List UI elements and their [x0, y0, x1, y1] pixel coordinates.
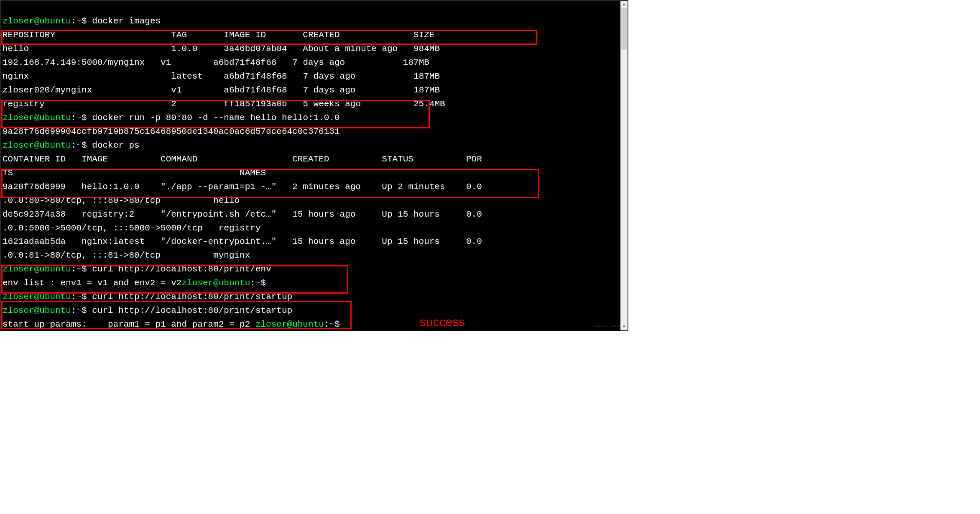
- ps-row-registry-l1: de5c92374a38 registry:2 "/entrypoint.sh …: [3, 210, 482, 219]
- ps-header-line1: CONTAINER ID IMAGE COMMAND CREATED STATU…: [3, 154, 482, 164]
- prompt-user-host: zloser@ubuntu: [3, 16, 71, 26]
- curl-env-output: env list : env1 = v1 and env2 = v2zloser…: [3, 278, 271, 288]
- ps-row-hello-l1: 9a28f76d6999 hello:1.0.0 "./app --param1…: [3, 182, 482, 192]
- ps-header-line2: TS NAMES: [3, 168, 266, 178]
- prompt-line: zloser@ubuntu:~$: [3, 16, 92, 26]
- cmd-curl-env: curl http://localhost:80/print/env: [92, 264, 271, 274]
- images-row-hello: hello 1.0.0 3a46bd07ab84 About a minute …: [3, 44, 440, 54]
- images-header: REPOSITORY TAG IMAGE ID CREATED SIZE: [3, 30, 434, 40]
- prompt-path: ~: [76, 16, 82, 26]
- prompt-line: zloser@ubuntu:~$: [3, 141, 92, 150]
- cmd-curl-startup-2: curl http://localhost:80/print/startup: [92, 306, 292, 315]
- cmd-docker-run: docker run -p 80:80 -d --name hello hell…: [92, 113, 339, 123]
- prompt-line: zloser@ubuntu:~$: [3, 113, 92, 123]
- scrollbar-thumb[interactable]: [621, 8, 627, 50]
- scrollbar-track[interactable]: [620, 8, 628, 323]
- ps-row-nginx-l2: .0.0:81->80/tcp, :::81->80/tcp mynginx: [3, 251, 250, 260]
- ps-row-registry-l2: .0.0:5000->5000/tcp, :::5000->5000/tcp r…: [3, 223, 261, 233]
- curl-startup-output: start up params: param1 = p1 and param2 …: [3, 320, 345, 329]
- vertical-scrollbar[interactable]: ▲ ▼: [620, 1, 628, 330]
- cmd-curl-startup-1: curl http://localhost:80/print/startup: [92, 292, 292, 302]
- images-row: nginx latest a6bd71f48f68 7 days ago 187…: [3, 72, 440, 81]
- annotation-success: success: [420, 312, 465, 332]
- cmd-docker-ps: docker ps: [92, 141, 139, 150]
- terminal-output-area: zloser@ubuntu:~$ docker images REPOSITOR…: [1, 1, 620, 330]
- prompt-line: zloser@ubuntu:~$: [3, 306, 92, 315]
- images-row: 192.168.74.149:5000/mynginx v1 a6bd71f48…: [3, 58, 429, 67]
- prompt-line: zloser@ubuntu:~$: [3, 264, 92, 274]
- ps-row-hello-l2: .0.0:80->80/tcp, :::80->80/tcp hello: [3, 196, 240, 205]
- images-row: zloser020/mynginx v1 a6bd71f48f68 7 days…: [3, 85, 440, 95]
- docker-run-output: 9a28f76d699904ccfb9719b875c16468950de134…: [3, 127, 340, 136]
- scroll-up-arrow-icon[interactable]: ▲: [620, 1, 628, 8]
- screenshot-viewport: zloser@ubuntu:~$ docker images REPOSITOR…: [0, 0, 628, 331]
- prompt-line: zloser@ubuntu:~$: [3, 292, 92, 302]
- ps-row-nginx-l1: 1621adaab5da nginx:latest "/docker-entry…: [3, 237, 482, 246]
- prompt-symbol: $: [82, 16, 87, 26]
- cmd-docker-images: docker images: [92, 16, 161, 26]
- images-row: registry 2 ff1857193a0b 5 weeks ago 25.4…: [3, 99, 445, 109]
- scroll-down-arrow-icon[interactable]: ▼: [620, 323, 628, 330]
